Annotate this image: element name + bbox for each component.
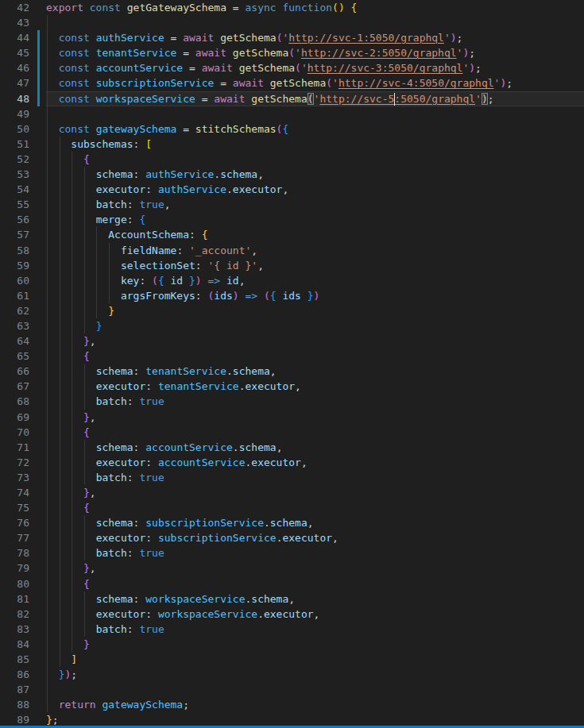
code-line[interactable]: 76 schema: subscriptionService.schema, [0, 515, 584, 530]
line-number[interactable]: 75 [0, 500, 29, 515]
code-line[interactable]: 84 } [0, 637, 584, 652]
code-line[interactable]: 87 [0, 682, 584, 697]
code-line[interactable]: 85 ] [0, 652, 584, 667]
line-number[interactable]: 48 [0, 91, 29, 106]
line-number[interactable]: 71 [0, 440, 29, 455]
code-line[interactable]: 71 schema: accountService.schema, [0, 440, 584, 455]
code-line[interactable]: 50 const gatewaySchema = stitchSchemas({ [0, 121, 584, 137]
code-line[interactable]: 63 } [0, 318, 584, 333]
line-number[interactable]: 65 [0, 349, 29, 364]
code-line[interactable]: 70 { [0, 425, 584, 440]
line-number[interactable]: 62 [0, 303, 29, 318]
line-number[interactable]: 60 [0, 273, 29, 288]
code-line[interactable]: 58 fieldName: '_account', [0, 243, 584, 258]
code-line[interactable]: 65 { [0, 349, 584, 364]
code-token: } [96, 320, 102, 332]
code-line[interactable]: 80 { [0, 576, 584, 591]
code-line[interactable]: 53 schema: authService.schema, [0, 167, 584, 182]
line-number[interactable]: 87 [0, 682, 29, 697]
line-number[interactable]: 69 [0, 410, 29, 425]
code-line[interactable]: 52 { [0, 152, 584, 167]
code-line[interactable]: 75 { [0, 500, 584, 515]
code-line[interactable]: 78 batch: true [0, 545, 584, 560]
line-number[interactable]: 79 [0, 560, 29, 576]
code-line[interactable]: 82 executor: workspaceService.executor, [0, 607, 584, 622]
code-line[interactable]: 57 AccountSchema: { [0, 227, 584, 242]
line-number[interactable]: 47 [0, 75, 29, 91]
code-token [46, 350, 83, 362]
code-line[interactable]: 67 executor: tenantService.executor, [0, 379, 584, 394]
line-number[interactable]: 72 [0, 455, 29, 470]
line-number[interactable]: 55 [0, 197, 29, 212]
line-number[interactable]: 88 [0, 697, 29, 712]
line-number[interactable]: 64 [0, 333, 29, 349]
code-line[interactable]: 86 }); [0, 667, 584, 682]
line-number[interactable]: 43 [0, 15, 29, 30]
line-number[interactable]: 50 [0, 121, 29, 137]
code-line[interactable]: 61 argsFromKeys: (ids) => ({ ids }) [0, 288, 584, 303]
code-token: executor [233, 183, 283, 195]
code-line[interactable]: 66 schema: tenantService.schema, [0, 364, 584, 379]
gutter: 42 [0, 0, 46, 15]
code-token: : [176, 245, 189, 256]
code-line[interactable]: 45 const tenantService = await getSchema… [0, 45, 584, 60]
line-number[interactable]: 44 [0, 30, 29, 45]
line-number[interactable]: 84 [0, 637, 29, 652]
code-line[interactable]: 48 const workspaceService = await getSch… [0, 91, 584, 106]
code-line[interactable]: 42export const getGatewaySchema = async … [0, 0, 584, 15]
line-number[interactable]: 74 [0, 485, 29, 500]
code-line[interactable]: 79 }, [0, 560, 584, 576]
code-line[interactable]: 68 batch: true [0, 394, 584, 409]
line-number[interactable]: 78 [0, 545, 29, 560]
code-token: { [202, 229, 208, 241]
code-line[interactable]: 51 subschemas: [ [0, 137, 584, 152]
line-number[interactable]: 80 [0, 576, 29, 591]
line-number[interactable]: 85 [0, 652, 29, 667]
code-line[interactable]: 81 schema: workspaceService.schema, [0, 591, 584, 607]
line-number[interactable]: 67 [0, 379, 29, 394]
code-line[interactable]: 74 }, [0, 485, 584, 500]
line-number[interactable]: 56 [0, 212, 29, 227]
code-line[interactable]: 64 }, [0, 333, 584, 349]
code-line[interactable]: 72 executor: accountService.executor, [0, 455, 584, 470]
line-number[interactable]: 59 [0, 258, 29, 273]
line-number[interactable]: 63 [0, 318, 29, 333]
line-number[interactable]: 83 [0, 622, 29, 637]
code-line[interactable]: 83 batch: true [0, 622, 584, 637]
line-number[interactable]: 58 [0, 243, 29, 258]
code-line[interactable]: 49 [0, 106, 584, 121]
code-line[interactable]: 46 const accountService = await getSchem… [0, 60, 584, 75]
line-number[interactable]: 73 [0, 470, 29, 485]
code-line[interactable]: 69 }, [0, 410, 584, 425]
line-number[interactable]: 81 [0, 591, 29, 607]
line-number[interactable]: 66 [0, 364, 29, 379]
code-line[interactable]: 77 executor: subscriptionService.executo… [0, 530, 584, 545]
line-number[interactable]: 76 [0, 515, 29, 530]
line-number[interactable]: 82 [0, 607, 29, 622]
code-line[interactable]: 73 batch: true [0, 470, 584, 485]
code-line[interactable]: 88 return gatewaySchema; [0, 697, 584, 712]
line-number[interactable]: 46 [0, 60, 29, 75]
line-number[interactable]: 70 [0, 425, 29, 440]
code-line[interactable]: 56 merge: { [0, 212, 584, 227]
code-line[interactable]: 43 [0, 15, 584, 30]
line-number[interactable]: 77 [0, 530, 29, 545]
line-number[interactable]: 52 [0, 152, 29, 167]
line-number[interactable]: 54 [0, 182, 29, 197]
code-line[interactable]: 44 const authService = await getSchema('… [0, 30, 584, 45]
line-number[interactable]: 68 [0, 394, 29, 409]
line-number[interactable]: 42 [0, 0, 29, 15]
line-number[interactable]: 51 [0, 137, 29, 152]
code-line[interactable]: 55 batch: true, [0, 197, 584, 212]
line-number[interactable]: 86 [0, 667, 29, 682]
code-line[interactable]: 62 } [0, 303, 584, 318]
code-line[interactable]: 60 key: ({ id }) => id, [0, 273, 584, 288]
line-number[interactable]: 57 [0, 227, 29, 242]
line-number[interactable]: 45 [0, 45, 29, 60]
code-line[interactable]: 54 executor: authService.executor, [0, 182, 584, 197]
code-line[interactable]: 47 const subscriptionService = await get… [0, 75, 584, 91]
line-number[interactable]: 53 [0, 167, 29, 182]
line-number[interactable]: 61 [0, 288, 29, 303]
code-line[interactable]: 59 selectionSet: '{ id }', [0, 258, 584, 273]
line-number[interactable]: 49 [0, 106, 29, 121]
